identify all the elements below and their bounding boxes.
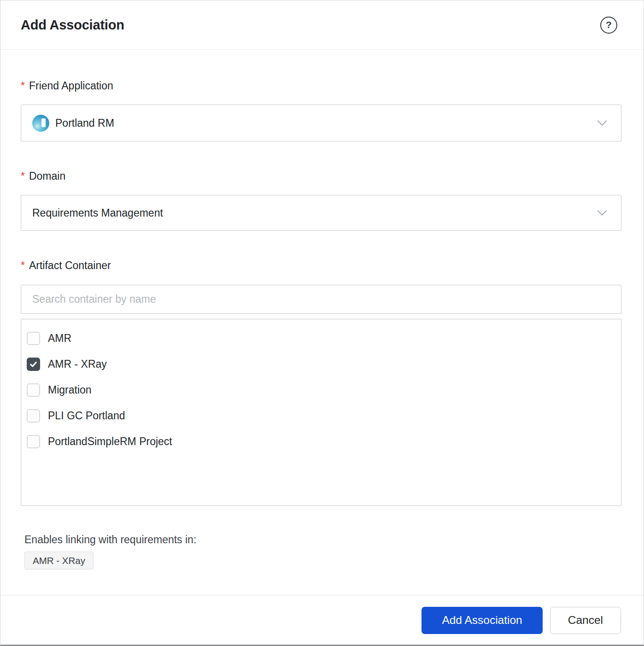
required-asterisk: * — [21, 171, 25, 182]
rm-application-icon — [32, 115, 49, 132]
cancel-button[interactable]: Cancel — [550, 607, 621, 634]
friend-application-value: Portland RM — [55, 117, 114, 129]
domain-select[interactable]: Requirements Management — [21, 195, 621, 231]
container-option-label: AMR - XRay — [48, 358, 107, 370]
linked-containers-tags: AMR - XRay — [24, 552, 621, 570]
required-asterisk: * — [21, 260, 25, 271]
friend-application-label-text: Friend Application — [29, 80, 113, 92]
dialog-header: Add Association ? — [0, 0, 644, 50]
add-association-dialog: Add Association ? * Friend Application P… — [0, 0, 644, 646]
container-option-label: AMR — [48, 332, 71, 345]
dialog-title: Add Association — [21, 18, 124, 33]
friend-application-select[interactable]: Portland RM — [21, 105, 621, 141]
checkbox-unchecked-icon[interactable] — [27, 383, 40, 397]
help-icon[interactable]: ? — [600, 17, 617, 34]
artifact-container-label-text: Artifact Container — [29, 259, 111, 272]
domain-label-text: Domain — [29, 170, 65, 182]
dialog-body: * Friend Application Portland RM * Domai… — [0, 80, 644, 570]
linking-summary: Enables linking with requirements in: AM… — [21, 534, 621, 570]
container-option-label: Migration — [48, 384, 92, 396]
container-option-row[interactable]: PLI GC Portland — [27, 403, 621, 429]
container-option-row[interactable]: AMR - XRay — [27, 351, 621, 377]
required-asterisk: * — [21, 81, 25, 91]
domain-label: * Domain — [21, 170, 621, 182]
dialog-footer: Add Association Cancel — [0, 595, 644, 645]
container-option-row[interactable]: PortlandSimpleRM Project — [27, 429, 621, 454]
friend-application-label: * Friend Application — [21, 80, 621, 92]
artifact-container-label: * Artifact Container — [21, 259, 621, 272]
checkbox-unchecked-icon[interactable] — [27, 332, 40, 345]
add-association-button[interactable]: Add Association — [422, 607, 542, 634]
chevron-down-icon — [597, 210, 607, 216]
container-option-label: PLI GC Portland — [48, 410, 125, 422]
container-listbox[interactable]: AMRAMR - XRayMigrationPLI GC PortlandPor… — [21, 319, 621, 506]
linking-summary-text: Enables linking with requirements in: — [24, 534, 621, 546]
container-search-input[interactable] — [21, 285, 621, 314]
checkbox-checked-icon[interactable] — [27, 358, 40, 371]
container-option-label: PortlandSimpleRM Project — [48, 435, 172, 448]
linked-container-chip: AMR - XRay — [24, 552, 94, 570]
checkbox-unchecked-icon[interactable] — [27, 409, 40, 423]
checkbox-unchecked-icon[interactable] — [27, 435, 40, 448]
container-option-row[interactable]: Migration — [27, 377, 621, 403]
chevron-down-icon — [597, 120, 607, 126]
domain-value: Requirements Management — [32, 207, 163, 219]
container-option-row[interactable]: AMR — [27, 325, 621, 351]
